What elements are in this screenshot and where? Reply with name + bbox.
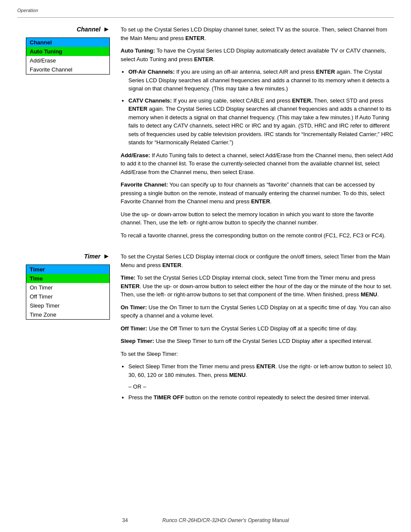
channel-bullet-offair: Off-Air Channels: If you are using an of… [128, 68, 394, 93]
channel-arrow-icon: ► [103, 25, 110, 33]
channel-intro-para: To set up the Crystal Series LCD Display… [121, 25, 394, 42]
timer-section: Timer ► Timer Time On Timer Off Timer Sl… [17, 252, 394, 406]
channel-menu-box: Channel Auto Tuning Add/Erase Favorite C… [26, 37, 110, 75]
timer-press-bullets: Press the TIMER OFF button on the remote… [128, 393, 394, 402]
timer-menu-item-offtimer[interactable]: Off Timer [26, 292, 109, 301]
footer-title: Runco CR-26HD/CR-32HDi Owner's Operating… [162, 517, 289, 523]
channel-use-arrow-para: Use the up- or down-arrow button to sele… [121, 210, 394, 227]
channel-recall-para: To recall a favorite channel, press the … [121, 231, 394, 240]
channel-autotuning-para: Auto Tuning: To have the Crystal Series … [121, 47, 394, 63]
operation-label: Operation [17, 8, 394, 13]
page-footer: 34 Runco CR-26HD/CR-32HDi Owner's Operat… [0, 517, 411, 523]
channel-heading-text: Channel [77, 26, 100, 33]
timer-ontimer-para: On Timer: Use the On Timer to turn the C… [121, 303, 394, 320]
timer-menu-item-timer[interactable]: Timer [26, 265, 109, 274]
timer-sleep-bullets: Select Sleep Timer from the Timer menu a… [128, 362, 394, 379]
channel-heading: Channel ► [77, 25, 110, 33]
channel-adderase-para: Add/Erase: If Auto Tuning fails to detec… [121, 151, 394, 177]
timer-offtimer-para: Off Timer: Use the Off Timer to turn the… [121, 324, 394, 333]
timer-sleep-bullet-1: Select Sleep Timer from the Timer menu a… [128, 362, 394, 379]
channel-bullets: Off-Air Channels: If you are using an of… [128, 68, 394, 147]
channel-favorite-para: Favorite Channel: You can specify up to … [121, 180, 394, 206]
timer-left-col: Timer ► Timer Time On Timer Off Timer Sl… [17, 252, 116, 406]
timer-press-bullet: Press the TIMER OFF button on the remote… [128, 393, 394, 402]
content-area: Channel ► Channel Auto Tuning Add/Erase … [17, 18, 394, 406]
page-wrapper: Operation Channel ► Channel Auto Tuning … [0, 0, 411, 532]
timer-right-col: To set the Crystal Series LCD Display in… [116, 252, 394, 406]
timer-menu-item-timezone[interactable]: Time Zone [26, 310, 109, 319]
channel-menu-item-favoritechannel[interactable]: Favorite Channel [26, 65, 109, 74]
timer-sleeptimer-para: Sleep Timer: Use the Sleep Timer to turn… [121, 337, 394, 345]
timer-arrow-icon: ► [103, 252, 110, 260]
timer-menu-box: Timer Time On Timer Off Timer Sleep Time… [26, 264, 110, 320]
channel-left-col: Channel ► Channel Auto Tuning Add/Erase … [17, 25, 116, 244]
timer-time-para: Time: To set the Crystal Series LCD Disp… [121, 274, 394, 299]
channel-menu-item-adderase[interactable]: Add/Erase [26, 56, 109, 65]
timer-menu-item-time[interactable]: Time [26, 274, 109, 283]
timer-or-line: – OR – [128, 383, 394, 390]
page-number: 34 [122, 517, 128, 523]
channel-bullet-catv: CATV Channels: If you are using cable, s… [128, 96, 394, 147]
timer-menu-item-ontimer[interactable]: On Timer [26, 283, 109, 292]
timer-heading-text: Timer [84, 253, 100, 260]
channel-right-col: To set up the Crystal Series LCD Display… [116, 25, 394, 244]
channel-menu-item-channel[interactable]: Channel [26, 38, 109, 47]
timer-heading: Timer ► [84, 252, 110, 260]
timer-sleeptimer-intro: To set the Sleep Timer: [121, 350, 394, 358]
timer-intro-para: To set the Crystal Series LCD Display in… [121, 252, 394, 269]
channel-menu-item-autotuning[interactable]: Auto Tuning [26, 47, 109, 56]
timer-menu-item-sleeptimer[interactable]: Sleep Timer [26, 301, 109, 310]
channel-section: Channel ► Channel Auto Tuning Add/Erase … [17, 25, 394, 244]
